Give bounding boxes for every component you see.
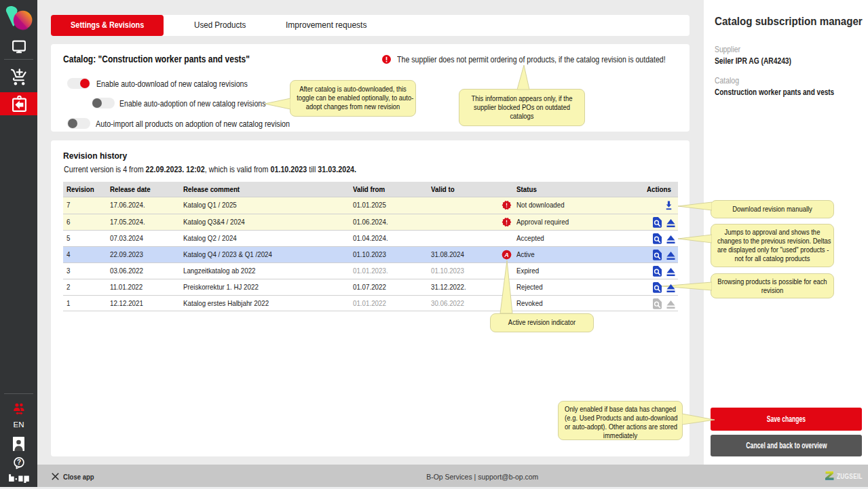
svg-text:A: A <box>504 252 509 258</box>
svg-text:?: ? <box>17 458 21 466</box>
